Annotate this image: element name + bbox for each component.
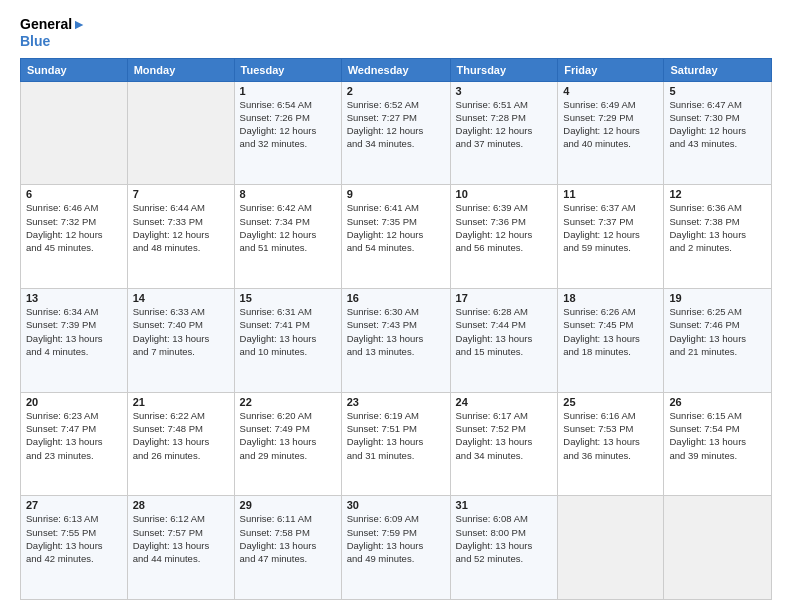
day-number: 4 [563, 85, 658, 97]
weekday-header-saturday: Saturday [664, 58, 772, 81]
day-info: Sunrise: 6:47 AM Sunset: 7:30 PM Dayligh… [669, 98, 766, 151]
day-cell: 1Sunrise: 6:54 AM Sunset: 7:26 PM Daylig… [234, 81, 341, 185]
day-number: 7 [133, 188, 229, 200]
day-number: 21 [133, 396, 229, 408]
day-cell: 8Sunrise: 6:42 AM Sunset: 7:34 PM Daylig… [234, 185, 341, 289]
day-number: 29 [240, 499, 336, 511]
day-cell: 15Sunrise: 6:31 AM Sunset: 7:41 PM Dayli… [234, 288, 341, 392]
day-info: Sunrise: 6:25 AM Sunset: 7:46 PM Dayligh… [669, 305, 766, 358]
day-number: 10 [456, 188, 553, 200]
day-number: 8 [240, 188, 336, 200]
logo: General► Blue [20, 16, 86, 50]
day-cell: 5Sunrise: 6:47 AM Sunset: 7:30 PM Daylig… [664, 81, 772, 185]
day-info: Sunrise: 6:36 AM Sunset: 7:38 PM Dayligh… [669, 201, 766, 254]
day-cell: 10Sunrise: 6:39 AM Sunset: 7:36 PM Dayli… [450, 185, 558, 289]
day-cell: 20Sunrise: 6:23 AM Sunset: 7:47 PM Dayli… [21, 392, 128, 496]
day-info: Sunrise: 6:08 AM Sunset: 8:00 PM Dayligh… [456, 512, 553, 565]
day-info: Sunrise: 6:13 AM Sunset: 7:55 PM Dayligh… [26, 512, 122, 565]
day-info: Sunrise: 6:31 AM Sunset: 7:41 PM Dayligh… [240, 305, 336, 358]
day-number: 13 [26, 292, 122, 304]
day-number: 5 [669, 85, 766, 97]
day-cell [21, 81, 128, 185]
day-info: Sunrise: 6:34 AM Sunset: 7:39 PM Dayligh… [26, 305, 122, 358]
logo-text: General► Blue [20, 16, 86, 50]
day-info: Sunrise: 6:39 AM Sunset: 7:36 PM Dayligh… [456, 201, 553, 254]
day-number: 25 [563, 396, 658, 408]
day-cell: 6Sunrise: 6:46 AM Sunset: 7:32 PM Daylig… [21, 185, 128, 289]
day-info: Sunrise: 6:23 AM Sunset: 7:47 PM Dayligh… [26, 409, 122, 462]
day-info: Sunrise: 6:46 AM Sunset: 7:32 PM Dayligh… [26, 201, 122, 254]
day-info: Sunrise: 6:22 AM Sunset: 7:48 PM Dayligh… [133, 409, 229, 462]
day-cell: 17Sunrise: 6:28 AM Sunset: 7:44 PM Dayli… [450, 288, 558, 392]
day-number: 16 [347, 292, 445, 304]
week-row-1: 1Sunrise: 6:54 AM Sunset: 7:26 PM Daylig… [21, 81, 772, 185]
day-number: 3 [456, 85, 553, 97]
weekday-header-friday: Friday [558, 58, 664, 81]
day-number: 20 [26, 396, 122, 408]
weekday-header-tuesday: Tuesday [234, 58, 341, 81]
weekday-header-wednesday: Wednesday [341, 58, 450, 81]
day-number: 18 [563, 292, 658, 304]
day-cell: 7Sunrise: 6:44 AM Sunset: 7:33 PM Daylig… [127, 185, 234, 289]
day-cell: 28Sunrise: 6:12 AM Sunset: 7:57 PM Dayli… [127, 496, 234, 600]
day-number: 1 [240, 85, 336, 97]
day-info: Sunrise: 6:54 AM Sunset: 7:26 PM Dayligh… [240, 98, 336, 151]
weekday-header-monday: Monday [127, 58, 234, 81]
day-number: 19 [669, 292, 766, 304]
day-cell [558, 496, 664, 600]
day-number: 14 [133, 292, 229, 304]
day-number: 9 [347, 188, 445, 200]
day-cell: 23Sunrise: 6:19 AM Sunset: 7:51 PM Dayli… [341, 392, 450, 496]
day-cell: 26Sunrise: 6:15 AM Sunset: 7:54 PM Dayli… [664, 392, 772, 496]
day-info: Sunrise: 6:51 AM Sunset: 7:28 PM Dayligh… [456, 98, 553, 151]
day-number: 27 [26, 499, 122, 511]
day-number: 2 [347, 85, 445, 97]
day-info: Sunrise: 6:17 AM Sunset: 7:52 PM Dayligh… [456, 409, 553, 462]
day-cell [127, 81, 234, 185]
day-info: Sunrise: 6:37 AM Sunset: 7:37 PM Dayligh… [563, 201, 658, 254]
day-info: Sunrise: 6:52 AM Sunset: 7:27 PM Dayligh… [347, 98, 445, 151]
day-number: 23 [347, 396, 445, 408]
day-cell: 9Sunrise: 6:41 AM Sunset: 7:35 PM Daylig… [341, 185, 450, 289]
day-cell: 12Sunrise: 6:36 AM Sunset: 7:38 PM Dayli… [664, 185, 772, 289]
day-info: Sunrise: 6:42 AM Sunset: 7:34 PM Dayligh… [240, 201, 336, 254]
day-number: 24 [456, 396, 553, 408]
day-info: Sunrise: 6:28 AM Sunset: 7:44 PM Dayligh… [456, 305, 553, 358]
day-cell: 30Sunrise: 6:09 AM Sunset: 7:59 PM Dayli… [341, 496, 450, 600]
day-number: 17 [456, 292, 553, 304]
day-info: Sunrise: 6:19 AM Sunset: 7:51 PM Dayligh… [347, 409, 445, 462]
day-number: 22 [240, 396, 336, 408]
day-number: 28 [133, 499, 229, 511]
day-cell: 19Sunrise: 6:25 AM Sunset: 7:46 PM Dayli… [664, 288, 772, 392]
day-cell: 31Sunrise: 6:08 AM Sunset: 8:00 PM Dayli… [450, 496, 558, 600]
day-number: 6 [26, 188, 122, 200]
day-cell: 13Sunrise: 6:34 AM Sunset: 7:39 PM Dayli… [21, 288, 128, 392]
day-info: Sunrise: 6:49 AM Sunset: 7:29 PM Dayligh… [563, 98, 658, 151]
day-number: 11 [563, 188, 658, 200]
day-cell: 18Sunrise: 6:26 AM Sunset: 7:45 PM Dayli… [558, 288, 664, 392]
day-number: 12 [669, 188, 766, 200]
day-info: Sunrise: 6:30 AM Sunset: 7:43 PM Dayligh… [347, 305, 445, 358]
day-number: 26 [669, 396, 766, 408]
day-cell: 16Sunrise: 6:30 AM Sunset: 7:43 PM Dayli… [341, 288, 450, 392]
day-cell: 14Sunrise: 6:33 AM Sunset: 7:40 PM Dayli… [127, 288, 234, 392]
header: General► Blue [20, 16, 772, 50]
day-cell: 3Sunrise: 6:51 AM Sunset: 7:28 PM Daylig… [450, 81, 558, 185]
day-info: Sunrise: 6:15 AM Sunset: 7:54 PM Dayligh… [669, 409, 766, 462]
day-cell: 22Sunrise: 6:20 AM Sunset: 7:49 PM Dayli… [234, 392, 341, 496]
day-info: Sunrise: 6:41 AM Sunset: 7:35 PM Dayligh… [347, 201, 445, 254]
week-row-4: 20Sunrise: 6:23 AM Sunset: 7:47 PM Dayli… [21, 392, 772, 496]
day-cell: 25Sunrise: 6:16 AM Sunset: 7:53 PM Dayli… [558, 392, 664, 496]
day-cell: 4Sunrise: 6:49 AM Sunset: 7:29 PM Daylig… [558, 81, 664, 185]
week-row-5: 27Sunrise: 6:13 AM Sunset: 7:55 PM Dayli… [21, 496, 772, 600]
day-number: 31 [456, 499, 553, 511]
weekday-header-sunday: Sunday [21, 58, 128, 81]
day-cell: 21Sunrise: 6:22 AM Sunset: 7:48 PM Dayli… [127, 392, 234, 496]
day-cell: 24Sunrise: 6:17 AM Sunset: 7:52 PM Dayli… [450, 392, 558, 496]
weekday-header-row: SundayMondayTuesdayWednesdayThursdayFrid… [21, 58, 772, 81]
calendar-table: SundayMondayTuesdayWednesdayThursdayFrid… [20, 58, 772, 600]
day-cell: 11Sunrise: 6:37 AM Sunset: 7:37 PM Dayli… [558, 185, 664, 289]
day-cell: 29Sunrise: 6:11 AM Sunset: 7:58 PM Dayli… [234, 496, 341, 600]
day-number: 15 [240, 292, 336, 304]
day-info: Sunrise: 6:44 AM Sunset: 7:33 PM Dayligh… [133, 201, 229, 254]
